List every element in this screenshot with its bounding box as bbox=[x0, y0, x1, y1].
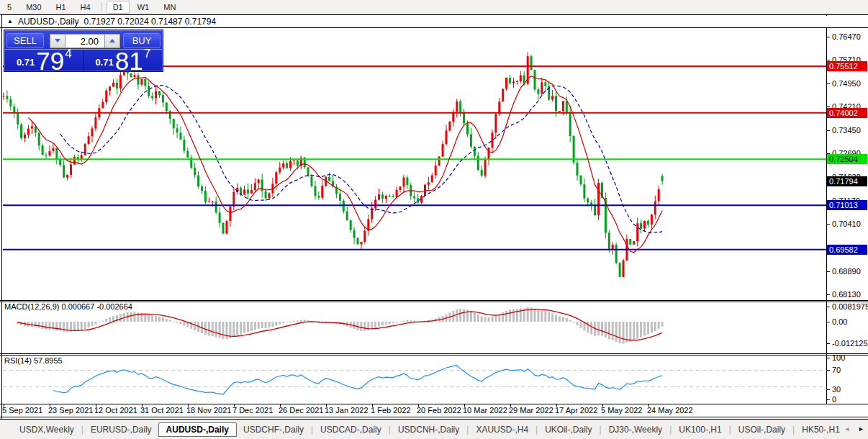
price-line-badge: 0.69582 bbox=[827, 245, 867, 255]
timeframe-button-mn[interactable]: MN bbox=[157, 1, 182, 14]
tab-separator: | bbox=[729, 425, 731, 435]
symbol-tab-bar: USDX,Weekly|EURUSD-,DailyAUDUSD-,DailyUS… bbox=[0, 420, 868, 439]
price-line-badge: 0.75512 bbox=[827, 61, 867, 71]
price-line-badge: 0.71013 bbox=[827, 200, 867, 210]
axis-tick-mark bbox=[827, 322, 830, 322]
chart-window-left-border bbox=[1, 14, 2, 419]
tab-separator: | bbox=[792, 425, 795, 435]
timeframe-button-h4[interactable]: H4 bbox=[74, 1, 97, 14]
axis-tick-mark bbox=[827, 358, 830, 358]
axis-tick-mark bbox=[827, 399, 830, 400]
axis-tick-mark bbox=[827, 307, 830, 307]
symbol-tab-usdcnh-daily[interactable]: USDCNH-,Daily bbox=[392, 422, 466, 437]
timeframe-button-m30[interactable]: M30 bbox=[19, 1, 48, 14]
sell-price-prefix: 0.71 bbox=[17, 57, 35, 71]
price-axis-label: 0.70410 bbox=[832, 220, 861, 228]
date-tick-mark bbox=[556, 404, 557, 407]
sell-button[interactable]: SELL bbox=[6, 33, 44, 48]
chart-ohlc-values: 0.71927 0.72024 0.71487 0.71794 bbox=[84, 17, 217, 27]
volume-increase-button[interactable] bbox=[104, 34, 120, 48]
one-click-trading-panel: SELL 2.00 BUY 0.71 79 4 0.71 81 7 bbox=[4, 30, 163, 72]
buy-price-pip: 7 bbox=[144, 47, 150, 71]
symbol-tab-usdchf-daily[interactable]: USDCHF-,Daily bbox=[237, 422, 310, 437]
axis-tick-mark bbox=[827, 37, 830, 37]
sell-price[interactable]: 0.71 79 4 bbox=[5, 50, 84, 71]
title-bar-bottom-border bbox=[0, 27, 868, 28]
trade-prices-row: 0.71 79 4 0.71 81 7 bbox=[5, 49, 162, 71]
date-tick-mark bbox=[234, 404, 235, 407]
tab-scroll-controls: ◄ ► bbox=[844, 425, 864, 433]
symbol-collapse-icon[interactable]: ▲ bbox=[7, 18, 13, 25]
date-tick-mark bbox=[418, 404, 419, 407]
timeframe-button-d1[interactable]: D1 bbox=[107, 1, 130, 14]
date-axis-label: 17 Apr 2022 bbox=[555, 406, 597, 415]
macd-indicator-label: MACD(12,26,9) 0.000667 -0.002664 bbox=[4, 302, 132, 311]
trading-app-window: 5M30H1H4D1W1MN ▲ AUDUSD-,Daily 0.71927 0… bbox=[0, 0, 868, 439]
tab-separator: | bbox=[600, 425, 602, 435]
chart-window-bottom-border2 bbox=[0, 419, 868, 420]
tab-separator: | bbox=[81, 425, 83, 435]
date-axis: 5 Sep 202123 Sep 202112 Oct 202131 Oct 2… bbox=[0, 405, 826, 417]
date-tick-mark bbox=[648, 404, 649, 407]
date-axis-label: 29 Mar 2022 bbox=[509, 406, 553, 415]
timeframe-button-h1[interactable]: H1 bbox=[50, 1, 73, 14]
date-axis-label: 23 Sep 2021 bbox=[48, 406, 93, 415]
timeframe-button-w1[interactable]: W1 bbox=[131, 1, 156, 14]
symbol-tab-audusd-daily[interactable]: AUDUSD-,Daily bbox=[158, 422, 237, 437]
date-axis-label: 7 Dec 2021 bbox=[232, 406, 273, 415]
volume-decrease-button[interactable] bbox=[50, 34, 65, 48]
price-axis: 0.764700.757100.749500.742100.734500.726… bbox=[827, 0, 868, 439]
chart-title-bar: ▲ AUDUSD-,Daily 0.71927 0.72024 0.71487 … bbox=[2, 16, 866, 27]
tab-separator: | bbox=[466, 425, 469, 435]
date-axis-label: 10 Mar 2022 bbox=[463, 406, 507, 415]
tab-separator: | bbox=[311, 425, 313, 435]
symbol-tab-dj30-weekly[interactable]: DJ30-,Weekly bbox=[602, 422, 669, 437]
date-axis-label: 24 May 2022 bbox=[647, 406, 693, 415]
date-tick-mark bbox=[4, 404, 4, 407]
buy-price-main: 81 bbox=[115, 51, 143, 71]
date-tick-mark bbox=[464, 404, 465, 407]
rsi-panel-top-border bbox=[0, 353, 868, 354]
symbol-tab-eurusd-daily[interactable]: EURUSD-,Daily bbox=[84, 422, 158, 437]
symbol-tab-usdx-weekly[interactable]: USDX,Weekly bbox=[13, 422, 81, 437]
rsi-indicator-label: RSI(14) 57.8955 bbox=[4, 356, 63, 365]
axis-tick-mark bbox=[827, 271, 830, 272]
price-axis-label: 0.68890 bbox=[832, 267, 861, 276]
symbol-tab-ukoil-daily[interactable]: UKOil-,Daily bbox=[538, 422, 598, 437]
axis-tick-mark bbox=[827, 83, 830, 84]
sell-price-pip: 4 bbox=[65, 47, 71, 71]
chart-window-bottom-border bbox=[0, 417, 868, 417]
date-axis-label: 5 May 2022 bbox=[601, 406, 642, 415]
date-axis-label: 12 Oct 2021 bbox=[94, 406, 137, 415]
buy-button[interactable]: BUY bbox=[123, 33, 161, 48]
symbol-tab-uk100-h1[interactable]: UK100-,H1 bbox=[672, 422, 728, 437]
tab-scroll-left-icon[interactable]: ◄ bbox=[844, 425, 850, 433]
price-line-badge: 0.72504 bbox=[827, 154, 867, 164]
date-axis-label: 1 Feb 2022 bbox=[371, 406, 411, 415]
date-tick-mark bbox=[372, 404, 373, 407]
volume-input[interactable]: 2.00 bbox=[65, 34, 104, 48]
price-axis-label: 0.73450 bbox=[832, 126, 861, 135]
buy-price-prefix: 0.71 bbox=[95, 57, 113, 71]
tab-scroll-right-icon[interactable]: ► bbox=[858, 425, 864, 433]
axis-tick-mark bbox=[827, 294, 830, 295]
symbol-tab-hk50-h1[interactable]: HK50-,H1 bbox=[795, 422, 846, 437]
symbol-tab-usdcad-daily[interactable]: USDCAD-,Daily bbox=[314, 422, 388, 437]
axis-tick-mark bbox=[827, 343, 830, 344]
timeframe-button-5[interactable]: 5 bbox=[1, 1, 18, 14]
price-axis-label: 0.68130 bbox=[832, 290, 861, 299]
macd-panel-top-border bbox=[0, 300, 868, 301]
rsi-axis-label: 70 bbox=[832, 366, 841, 374]
buy-price[interactable]: 0.71 81 7 bbox=[84, 50, 163, 71]
date-tick-mark bbox=[50, 404, 50, 407]
current-price-badge: 0.71794 bbox=[827, 176, 867, 186]
symbol-tab-usoil-daily[interactable]: USOil-,Daily bbox=[732, 422, 792, 437]
symbol-tab-xauusd-h4[interactable]: XAUUSD-,H4 bbox=[469, 422, 535, 437]
date-tick-mark bbox=[280, 404, 281, 407]
macd-axis-label: 0.0081975 bbox=[832, 302, 868, 311]
date-tick-mark bbox=[188, 404, 189, 407]
sell-price-main: 79 bbox=[36, 51, 64, 71]
date-axis-label: 18 Nov 2021 bbox=[186, 406, 231, 415]
date-axis-label: 20 Feb 2022 bbox=[417, 406, 461, 415]
chart-symbol-label: AUDUSD-,Daily bbox=[18, 17, 79, 27]
